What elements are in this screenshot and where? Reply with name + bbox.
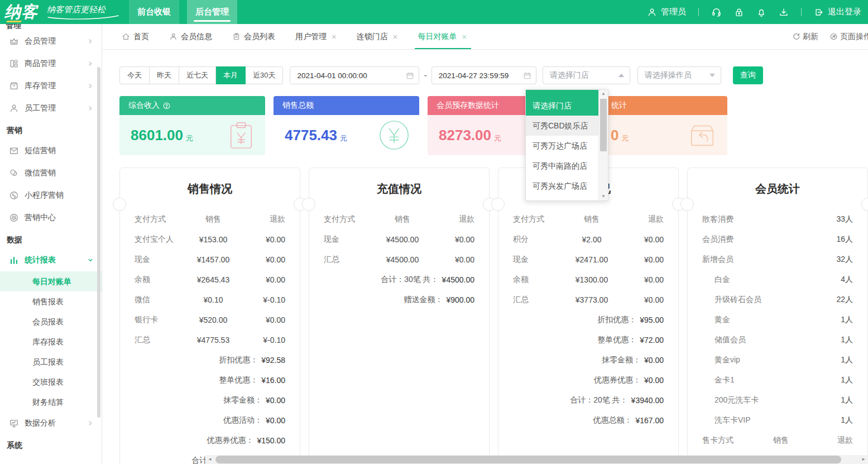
recharge-table: 支付方式销售退款 现金¥4500.00¥0.00 汇总¥4500.00¥0.00… xyxy=(309,209,489,310)
notch-decoration xyxy=(491,198,505,211)
card-unit: 元 xyxy=(186,133,193,143)
date-to-input[interactable]: 2021-04-27 23:59:59 xyxy=(431,66,536,84)
logout-button[interactable]: 退出登录 xyxy=(814,7,861,17)
store-dropdown-list: 请选择门店 可秀CBD娱乐店 可秀万达广场店 可秀中南路的店 可秀兴发广场店 xyxy=(526,90,598,200)
summary-row: 优惠总额：¥167.00 xyxy=(498,410,678,430)
range-today-button[interactable]: 今天 xyxy=(119,66,150,84)
filter-bar: 今天 昨天 近七天 本月 近30天 2021-04-01 00:00:00 - … xyxy=(119,66,868,84)
range-yesterday-button[interactable]: 昨天 xyxy=(150,66,179,84)
summary-row: 折扣优惠：¥95.00 xyxy=(498,310,678,330)
close-icon[interactable] xyxy=(393,32,398,41)
range-thismonth-button[interactable]: 本月 xyxy=(216,66,246,84)
tab-bar: 首页 会员信息 会员列表 用户管理 连锁门店 每日对账单 xyxy=(103,24,868,50)
range-last7days-button[interactable]: 近七天 xyxy=(179,66,216,84)
scroll-right-arrow-icon[interactable] xyxy=(859,455,868,464)
dropdown-scrollbar[interactable] xyxy=(598,90,608,200)
table-row: 汇总¥3773.00¥0.00 xyxy=(498,290,678,310)
bell-icon[interactable] xyxy=(756,7,766,17)
dropdown-scrollbar-thumb[interactable] xyxy=(600,99,607,151)
sidebar-item-staff[interactable]: 员工管理 xyxy=(0,97,102,119)
sidebar-item-goods[interactable]: 商品管理 xyxy=(0,52,102,75)
tab-home[interactable]: 首页 xyxy=(122,24,149,49)
goods-icon xyxy=(9,59,19,69)
target-icon xyxy=(9,213,19,223)
wechat-icon xyxy=(9,168,19,178)
consumption-table: 支付方式销售退款 积分¥2.00¥0.00 现金¥2471.00¥0.00 余额… xyxy=(498,209,678,430)
sidebar-scrollbar[interactable] xyxy=(97,67,100,418)
dropdown-option-store[interactable]: 可秀兴发广场店 xyxy=(526,176,598,196)
lock-icon[interactable] xyxy=(734,7,744,17)
summary-row: 优惠券优惠：¥0.00 xyxy=(498,370,678,390)
tab-member-list[interactable]: 会员列表 xyxy=(232,24,275,49)
sidebar-subitem-staff-report[interactable]: 员工报表 xyxy=(0,352,102,372)
dropdown-option-store[interactable]: 可秀CBD娱乐店 xyxy=(526,116,598,136)
date-from-input[interactable]: 2021-04-01 00:00:00 xyxy=(290,66,419,84)
dropdown-option-placeholder[interactable]: 请选择门店 xyxy=(526,90,598,116)
card-title: 销售总额 xyxy=(282,101,314,111)
scroll-up-arrow-icon[interactable] xyxy=(599,90,608,98)
brand-logo: 纳客 xyxy=(4,1,38,23)
calendar-icon xyxy=(523,71,531,80)
scroll-down-arrow-icon[interactable] xyxy=(599,193,608,200)
card-value: 8273.00 xyxy=(439,127,491,144)
sidebar-section-marketing: 营销 xyxy=(0,119,102,140)
box-return-icon xyxy=(686,119,718,151)
panel-title: 充值情况 xyxy=(309,181,489,200)
sidebar-item-data-analysis[interactable]: 数据分析 xyxy=(0,412,102,434)
tab-user-management[interactable]: 用户管理 xyxy=(295,24,337,49)
member-stats-table: 散客消费33人 会员消费16人 新增会员32人 白金4人 升级砖石会员22人 黄… xyxy=(688,209,867,464)
report-panels: 销售情况 支付方式销售退款 支付宝个人¥153.00¥0.00 现金¥1457.… xyxy=(119,168,868,464)
sidebar-item-members[interactable]: 会员管理 xyxy=(0,30,102,52)
envelope-icon xyxy=(9,146,19,156)
tab-chain-stores[interactable]: 连锁门店 xyxy=(357,24,398,49)
sidebar-subitem-inventory-report[interactable]: 库存报表 xyxy=(0,332,102,352)
sidebar-subitem-daily-statement[interactable]: 每日对账单 xyxy=(0,271,102,291)
nav-front-cashier[interactable]: 前台收银 xyxy=(129,0,179,24)
sidebar-item-marketing-center[interactable]: 营销中心 xyxy=(0,207,102,229)
sidebar-item-sms-marketing[interactable]: 短信营销 xyxy=(0,140,102,162)
card-total-sales: 销售总额 4775.43 元 xyxy=(274,96,419,155)
sidebar-subitem-shift-report[interactable]: 交班报表 xyxy=(0,372,102,392)
dropdown-option-store[interactable]: 可秀万达广场店 xyxy=(526,136,598,156)
store-dropdown: 请选择门店 可秀CBD娱乐店 可秀万达广场店 可秀中南路的店 可秀兴发广场店 xyxy=(525,89,608,201)
sidebar-subitem-finance-settlement[interactable]: 财务结算 xyxy=(0,392,102,412)
top-right-actions: 管理员 退出登录 xyxy=(647,7,861,17)
search-button[interactable]: 查询 xyxy=(733,66,763,84)
page-operations-button[interactable]: 页面操作 xyxy=(829,32,868,42)
download-icon[interactable] xyxy=(779,7,789,17)
range-last30days-button[interactable]: 近30天 xyxy=(246,66,283,84)
sidebar-item-miniprogram-marketing[interactable]: 小程序营销 xyxy=(0,184,102,207)
help-icon[interactable] xyxy=(162,102,171,110)
dropdown-option-store[interactable]: 可秀中南路的店 xyxy=(526,156,598,176)
divider xyxy=(698,8,699,16)
card-unit: 元 xyxy=(494,133,501,143)
tab-daily-statement[interactable]: 每日对账单 xyxy=(418,24,467,49)
refresh-button[interactable]: 刷新 xyxy=(792,32,818,42)
arrow-down-icon xyxy=(709,74,715,77)
nav-backoffice[interactable]: 后台管理 xyxy=(187,0,237,24)
headset-icon[interactable] xyxy=(711,7,722,17)
operator-select[interactable]: 请选择操作员 xyxy=(637,66,721,84)
scroll-left-arrow-icon[interactable] xyxy=(205,455,214,464)
close-icon[interactable] xyxy=(462,32,467,41)
user-icon xyxy=(647,7,657,17)
close-icon[interactable] xyxy=(332,32,337,41)
bar-chart-icon xyxy=(9,255,19,265)
horizontal-scrollbar-thumb[interactable] xyxy=(215,456,841,463)
summary-row: 合计：30笔 共：¥4500.00 xyxy=(309,270,489,290)
sidebar-subitem-sales-report[interactable]: 销售报表 xyxy=(0,291,102,312)
summary-row: 优惠券优惠：¥150.00 xyxy=(120,430,300,451)
tagline-swoosh-icon xyxy=(47,15,119,20)
horizontal-scrollbar[interactable] xyxy=(205,455,868,464)
store-select[interactable]: 请选择门店 xyxy=(543,66,630,84)
sidebar-item-reports[interactable]: 统计报表 xyxy=(0,249,102,271)
sidebar-subitem-member-report[interactable]: 会员报表 xyxy=(0,312,102,332)
table-header-row: 支付方式销售退款 xyxy=(498,209,678,229)
sidebar-item-inventory[interactable]: 库存管理 xyxy=(0,75,102,97)
home-icon xyxy=(122,32,130,41)
sidebar-item-cut[interactable]: 管理 xyxy=(0,24,102,30)
current-user[interactable]: 管理员 xyxy=(647,7,686,17)
tab-member-info[interactable]: 会员信息 xyxy=(169,24,212,49)
summary-row: 抹零金额：¥0.00 xyxy=(498,350,678,370)
sidebar-item-wechat-marketing[interactable]: 微信营销 xyxy=(0,162,102,184)
